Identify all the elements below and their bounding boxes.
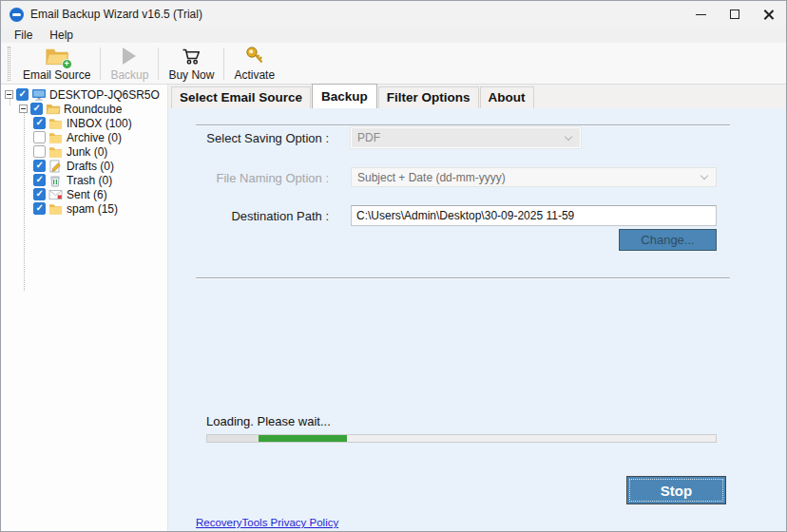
maximize-icon <box>730 10 739 19</box>
folder-checkbox[interactable] <box>33 188 46 200</box>
saving-option-value: PDF <box>352 131 566 144</box>
folder-icon <box>48 145 64 159</box>
tree-node-drafts[interactable]: Drafts (0) <box>33 159 167 173</box>
stop-button[interactable]: Stop <box>626 476 726 504</box>
tree-node-computer[interactable]: DESKTOP-JQ6SR5O <box>5 87 167 102</box>
progress-bar <box>206 434 717 443</box>
app-window: Email Backup Wizard v16.5 (Trial) File H… <box>0 0 787 532</box>
folder-icon <box>48 131 64 144</box>
menu-help[interactable]: Help <box>44 28 79 42</box>
folder-icon <box>48 117 64 130</box>
tree-node-label: DESKTOP-JQ6SR5O <box>49 88 160 102</box>
window-title: Email Backup Wizard v16.5 (Trial) <box>30 8 202 21</box>
collapse-icon[interactable] <box>5 90 13 99</box>
folder-checkbox[interactable] <box>33 202 46 215</box>
toolbar-backup-button: Backup <box>103 44 156 84</box>
computer-icon <box>31 88 47 102</box>
backup-tab-panel: Select Saving Option : PDF File Naming O… <box>168 108 786 531</box>
tree-node-label: Drafts (0) <box>67 160 114 173</box>
tab-backup[interactable]: Backup <box>312 84 377 108</box>
minimize-button[interactable] <box>683 1 718 28</box>
separator-middle <box>196 277 730 279</box>
saving-option-select: PDF <box>351 127 581 148</box>
trash-icon <box>48 174 64 187</box>
key-icon <box>243 45 266 67</box>
collapse-icon[interactable] <box>19 104 28 113</box>
minimize-icon <box>696 14 706 15</box>
account-folder-icon <box>46 103 61 116</box>
destination-path-input[interactable] <box>351 205 717 226</box>
separator-top <box>196 124 730 126</box>
tab-strip: Select Email Source Backup Filter Option… <box>168 85 786 108</box>
chevron-down-icon <box>565 132 572 140</box>
cart-icon <box>180 45 202 67</box>
folder-checkbox[interactable] <box>33 160 46 172</box>
folder-checkbox[interactable] <box>33 131 46 143</box>
computer-checkbox[interactable] <box>16 88 29 101</box>
toolbar-activate-button[interactable]: Activate <box>226 44 282 84</box>
progress-marquee <box>259 435 348 442</box>
destination-path-label: Destination Path : <box>168 209 329 223</box>
tree-node-sent[interactable]: Sent (6) <box>33 187 167 201</box>
close-button[interactable] <box>752 1 786 28</box>
title-bar: Email Backup Wizard v16.5 (Trial) <box>1 1 786 28</box>
toolbar: + Email Source Backup Buy Now Activate <box>1 43 786 85</box>
saving-option-label: Select Saving Option : <box>168 131 329 145</box>
privacy-policy-link[interactable]: RecoveryTools Privacy Policy <box>196 517 338 528</box>
plus-icon: + <box>62 59 72 69</box>
folder-icon <box>48 202 64 216</box>
chevron-down-icon <box>701 172 708 180</box>
toolbar-gripper <box>8 47 10 81</box>
sent-icon <box>48 188 64 201</box>
tree-node-label: Roundcube <box>64 103 122 116</box>
toolbar-separator <box>223 48 224 80</box>
toolbar-email-source-button[interactable]: + Email Source <box>15 44 98 84</box>
tab-filter-options[interactable]: Filter Options <box>378 86 479 108</box>
tree-node-junk[interactable]: Junk (0) <box>33 144 167 159</box>
tree-node-label: Archive (0) <box>67 131 122 144</box>
toolbar-separator <box>100 48 101 80</box>
naming-option-label: File Naming Option : <box>168 171 329 185</box>
folder-checkbox[interactable] <box>33 145 46 158</box>
menu-file[interactable]: File <box>9 28 38 42</box>
menu-bar: File Help <box>1 28 786 43</box>
progress-track-segment <box>207 435 259 442</box>
folder-checkbox[interactable] <box>33 117 46 129</box>
drafts-icon <box>48 160 64 173</box>
tree-node-inbox[interactable]: INBOX (100) <box>33 116 167 130</box>
loading-status-text: Loading. Please wait... <box>206 414 331 428</box>
tree-node-label: spam (15) <box>67 202 118 216</box>
toolbar-separator <box>158 48 159 80</box>
tab-about[interactable]: About <box>480 86 534 108</box>
account-checkbox[interactable] <box>30 103 43 115</box>
tree-node-label: Trash (0) <box>67 174 112 187</box>
app-icon <box>10 8 24 22</box>
tree-node-label: INBOX (100) <box>67 117 132 130</box>
naming-option-select: Subject + Date (dd-mm-yyyy) <box>351 167 717 187</box>
tree-node-archive[interactable]: Archive (0) <box>33 130 167 144</box>
play-icon <box>123 45 136 67</box>
tree-node-spam[interactable]: spam (15) <box>33 201 167 216</box>
toolbar-buy-now-button[interactable]: Buy Now <box>161 44 221 84</box>
close-icon <box>763 9 775 20</box>
change-button[interactable]: Change... <box>619 229 717 251</box>
tree-node-account[interactable]: Roundcube <box>19 102 167 116</box>
tab-select-email-source[interactable]: Select Email Source <box>171 86 311 108</box>
naming-option-value: Subject + Date (dd-mm-yyyy) <box>352 171 701 184</box>
tree-node-label: Sent (6) <box>67 188 107 201</box>
folder-add-icon: + <box>45 45 69 67</box>
tree-node-trash[interactable]: Trash (0) <box>33 173 167 187</box>
tree-node-label: Junk (0) <box>67 145 107 159</box>
mailbox-tree: DESKTOP-JQ6SR5O Roundcube INBOX (100) <box>1 85 168 531</box>
maximize-button[interactable] <box>718 1 752 28</box>
folder-checkbox[interactable] <box>33 174 46 186</box>
